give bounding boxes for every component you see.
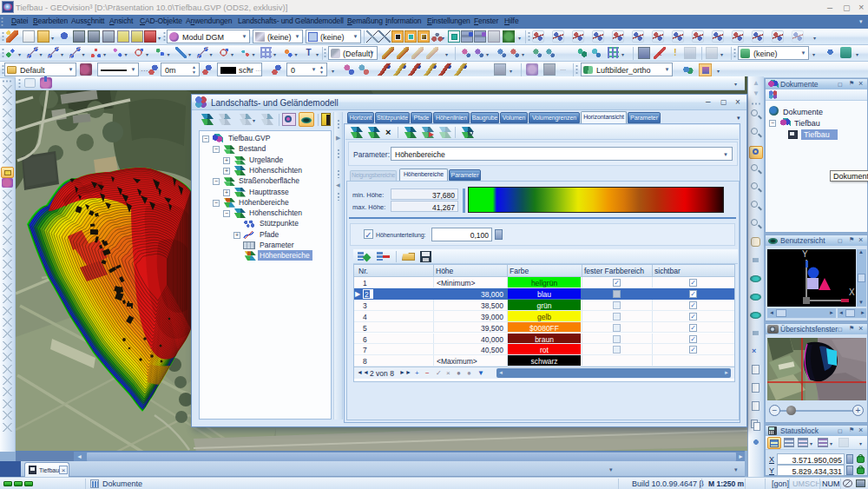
svg-text:X: X [849,287,855,297]
svg-text:Y: Y [802,249,808,259]
